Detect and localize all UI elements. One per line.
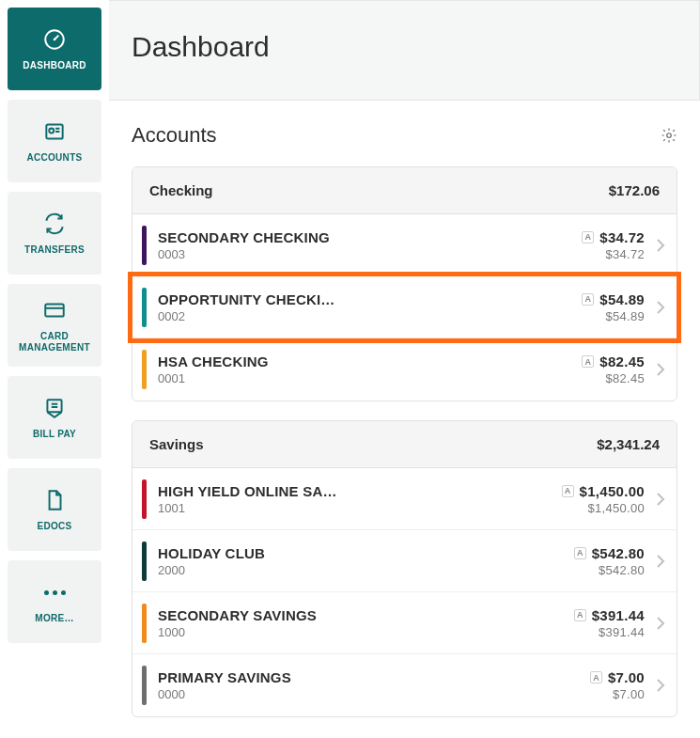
account-row[interactable]: HIGH YIELD ONLINE SA…1001A$1,450.00$1,45…: [132, 468, 677, 530]
nav-accounts[interactable]: ACCOUNTS: [8, 100, 101, 182]
nav-label: CARD MANAGEMENT: [8, 331, 101, 353]
available-badge: A: [574, 609, 586, 621]
svg-rect-5: [47, 400, 61, 412]
available-badge: A: [562, 485, 574, 497]
account-balance: A$542.80$542.80: [547, 545, 650, 577]
account-row[interactable]: SECONDARY CHECKING0003A$34.72$34.72: [132, 214, 677, 276]
account-row[interactable]: SECONDARY SAVINGS1000A$391.44$391.44: [132, 592, 677, 654]
account-info: OPPORTUNITY CHECKI…0002: [158, 291, 547, 323]
more-icon: [41, 579, 68, 605]
nav-label: TRANSFERS: [24, 244, 85, 256]
available-amount: $7.00: [547, 687, 645, 701]
account-number: 0000: [158, 687, 547, 701]
account-balance: A$391.44$391.44: [547, 607, 650, 639]
chevron-right-icon: [650, 238, 671, 253]
svg-point-1: [54, 39, 56, 41]
account-color-bar: [142, 604, 147, 643]
available-badge: A: [574, 547, 586, 559]
card-icon: [41, 297, 68, 323]
account-balance: A$7.00$7.00: [547, 669, 650, 701]
group-total: $2,341.24: [597, 436, 660, 452]
account-color-bar: [142, 542, 147, 581]
chevron-right-icon: [650, 492, 671, 507]
account-color-bar: [142, 226, 147, 265]
page-title: Dashboard: [132, 31, 270, 63]
group-total: $172.06: [609, 182, 660, 198]
account-info: HIGH YIELD ONLINE SA…1001: [158, 483, 547, 515]
accounts-section-title: Accounts: [132, 123, 217, 148]
account-info: HOLIDAY CLUB2000: [158, 545, 547, 577]
account-name: SECONDARY SAVINGS: [158, 607, 547, 623]
account-group: Checking$172.06SECONDARY CHECKING0003A$3…: [132, 166, 677, 401]
content: Accounts Checking$172.06SECONDARY CHECKI…: [109, 101, 700, 736]
available-amount: $34.72: [547, 247, 645, 261]
available-amount: $1,450.00: [547, 501, 645, 515]
transfers-icon: [41, 211, 68, 237]
group-name: Savings: [149, 436, 204, 452]
svg-point-3: [49, 128, 54, 133]
account-info: SECONDARY CHECKING0003: [158, 229, 547, 261]
group-header: Savings$2,341.24: [132, 421, 677, 468]
nav-transfers[interactable]: TRANSFERS: [8, 192, 101, 275]
available-badge: A: [582, 231, 594, 243]
billpay-icon: [41, 395, 68, 421]
account-name: HIGH YIELD ONLINE SA…: [158, 483, 547, 499]
balance-amount: $391.44: [592, 607, 645, 623]
balance-amount: $34.72: [599, 229, 645, 245]
chevron-right-icon: [650, 616, 671, 631]
sidebar: DASHBOARD ACCOUNTS TRANSFERS CARD MANAGE…: [0, 0, 109, 738]
nav-edocs[interactable]: EDOCS: [8, 468, 101, 551]
account-row[interactable]: OPPORTUNITY CHECKI…0002A$54.89$54.89: [132, 276, 677, 338]
account-name: HOLIDAY CLUB: [158, 545, 547, 561]
account-color-bar: [142, 350, 147, 389]
account-name: OPPORTUNITY CHECKI…: [158, 291, 547, 307]
available-badge: A: [582, 355, 594, 368]
available-amount: $391.44: [547, 625, 645, 639]
main: Dashboard Accounts Checking$172.06SECOND…: [109, 0, 700, 738]
available-badge: A: [590, 671, 602, 683]
nav-label: MORE…: [35, 613, 74, 624]
account-row[interactable]: HOLIDAY CLUB2000A$542.80$542.80: [132, 530, 677, 592]
chevron-right-icon: [650, 554, 671, 569]
gear-icon[interactable]: [661, 127, 677, 144]
group-header: Checking$172.06: [132, 167, 677, 214]
account-color-bar: [142, 288, 147, 327]
account-color-bar: [142, 479, 147, 519]
available-amount: $542.80: [547, 563, 645, 577]
edocs-icon: [41, 487, 68, 513]
nav-bill-pay[interactable]: BILL PAY: [8, 376, 101, 459]
nav-label: EDOCS: [37, 521, 71, 532]
nav-label: DASHBOARD: [23, 60, 86, 71]
chevron-right-icon: [650, 362, 671, 377]
nav-label: BILL PAY: [33, 429, 76, 440]
account-name: SECONDARY CHECKING: [158, 229, 547, 245]
available-badge: A: [582, 293, 594, 306]
nav-card-management[interactable]: CARD MANAGEMENT: [8, 284, 101, 367]
account-balance: A$82.45$82.45: [547, 353, 650, 385]
account-balance: A$1,450.00$1,450.00: [547, 483, 650, 515]
account-number: 0002: [158, 309, 547, 323]
account-row[interactable]: PRIMARY SAVINGS0000A$7.00$7.00: [132, 654, 677, 716]
account-group: Savings$2,341.24HIGH YIELD ONLINE SA…100…: [132, 420, 677, 717]
nav-more[interactable]: MORE…: [8, 560, 101, 643]
group-name: Checking: [149, 182, 213, 198]
account-info: SECONDARY SAVINGS1000: [158, 607, 547, 639]
balance-amount: $7.00: [608, 669, 645, 685]
svg-point-6: [667, 133, 672, 138]
account-number: 1000: [158, 625, 547, 639]
account-number: 0003: [158, 247, 547, 261]
account-number: 2000: [158, 563, 547, 577]
account-color-bar: [142, 666, 147, 705]
dashboard-icon: [41, 26, 68, 53]
available-amount: $54.89: [547, 309, 645, 323]
balance-amount: $82.45: [599, 353, 645, 369]
balance-amount: $1,450.00: [580, 483, 645, 499]
account-number: 0001: [158, 371, 547, 385]
account-row[interactable]: HSA CHECKING0001A$82.45$82.45: [132, 338, 677, 400]
account-number: 1001: [158, 501, 547, 515]
account-name: HSA CHECKING: [158, 353, 547, 369]
nav-label: ACCOUNTS: [26, 152, 82, 164]
balance-amount: $54.89: [599, 291, 645, 307]
nav-dashboard[interactable]: DASHBOARD: [8, 8, 101, 90]
available-amount: $82.45: [547, 371, 645, 385]
